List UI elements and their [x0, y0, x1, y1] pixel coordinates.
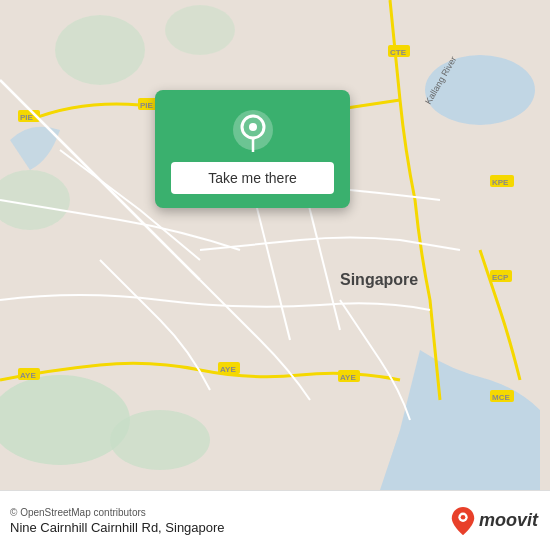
bottom-left-info: © OpenStreetMap contributors Nine Cairnh… [10, 507, 225, 535]
svg-text:CTE: CTE [390, 48, 407, 57]
moovit-brand-text: moovit [479, 510, 538, 531]
moovit-pin-icon [451, 507, 475, 535]
svg-point-32 [461, 514, 466, 519]
location-card: Take me there [155, 90, 350, 208]
svg-text:KPE: KPE [492, 178, 509, 187]
svg-text:AYE: AYE [220, 365, 236, 374]
svg-text:AYE: AYE [340, 373, 356, 382]
take-me-there-button[interactable]: Take me there [171, 162, 334, 194]
location-pin-icon [231, 108, 275, 152]
svg-text:PIE: PIE [20, 113, 34, 122]
svg-point-3 [110, 410, 210, 470]
svg-text:PIE: PIE [140, 101, 154, 110]
moovit-logo: moovit [451, 507, 538, 535]
location-name: Nine Cairnhill Cairnhill Rd, Singapore [10, 520, 225, 535]
map-container: PIE PIE PIE CTE KPE AYE AYE AYE ECP MCE [0, 0, 550, 490]
svg-point-1 [425, 55, 535, 125]
svg-text:MCE: MCE [492, 393, 510, 402]
svg-point-6 [165, 5, 235, 55]
svg-text:AYE: AYE [20, 371, 36, 380]
svg-point-5 [55, 15, 145, 85]
osm-credit: © OpenStreetMap contributors [10, 507, 225, 518]
svg-text:ECP: ECP [492, 273, 509, 282]
svg-point-30 [249, 123, 257, 131]
bottom-bar: © OpenStreetMap contributors Nine Cairnh… [0, 490, 550, 550]
singapore-map-label: Singapore [340, 271, 418, 288]
